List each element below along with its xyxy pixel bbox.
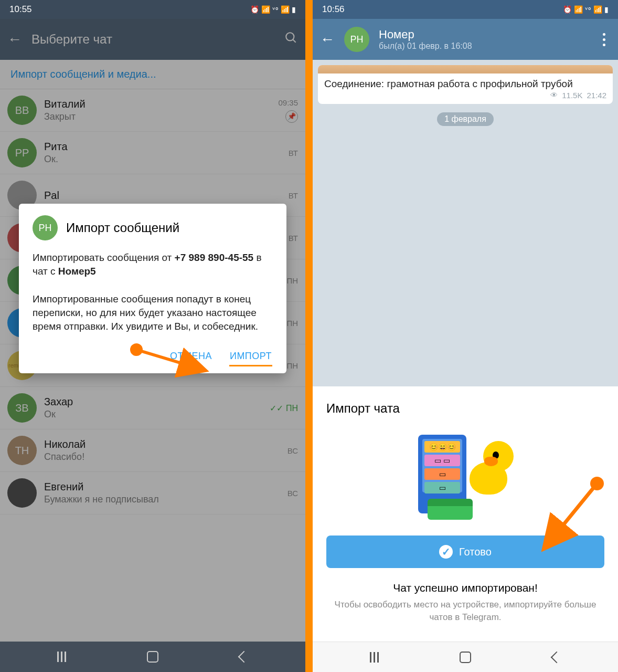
views-count: 11.5K bbox=[562, 91, 582, 100]
dialog-title: Импорт сообщений bbox=[66, 220, 179, 235]
nav-bar bbox=[313, 642, 618, 672]
status-bar: 10:56 ⏰ 📶 ᵛᵒ 📶 ▮ bbox=[313, 0, 618, 19]
message-thumbnail bbox=[318, 65, 613, 74]
dialog-body: Импортировать сообщения от +7 989 890-45… bbox=[33, 251, 273, 333]
date-pill: 1 февраля bbox=[437, 112, 494, 126]
chat-background: Соединение: грамотная работа с профильно… bbox=[313, 60, 618, 386]
views-icon: 👁 bbox=[550, 91, 558, 99]
svg-point-6 bbox=[590, 477, 604, 490]
success-subtitle: Чтобы освободить место на устройстве, им… bbox=[326, 598, 604, 624]
status-bar: 10:55 ⏰ 📶 ᵛᵒ 📶 ▮ bbox=[0, 0, 305, 19]
nav-recent-icon[interactable] bbox=[55, 650, 68, 663]
import-dialog: РН Импорт сообщений Импортировать сообще… bbox=[19, 204, 286, 373]
contact-status: был(а) 01 февр. в 16:08 bbox=[379, 41, 588, 51]
sticker-illustration: 😊😄😊 ▭ ▭ ▭ ▭ bbox=[413, 430, 518, 520]
sheet-title: Импорт чата bbox=[326, 401, 604, 416]
status-time: 10:55 bbox=[9, 4, 32, 15]
nav-bar bbox=[0, 642, 305, 672]
nav-back-icon[interactable] bbox=[238, 650, 250, 663]
status-icons: ⏰ 📶 ᵛᵒ 📶 ▮ bbox=[250, 5, 296, 14]
back-icon[interactable]: ← bbox=[320, 31, 335, 48]
dialog-avatar: РН bbox=[33, 215, 58, 240]
contact-avatar[interactable]: РН bbox=[344, 27, 369, 52]
message-text: Соединение: грамотная работа с профильно… bbox=[318, 74, 613, 91]
nav-recent-icon[interactable] bbox=[368, 651, 380, 664]
menu-icon[interactable] bbox=[598, 28, 611, 51]
import-button[interactable]: ИМПОРТ bbox=[229, 348, 273, 365]
status-time: 10:56 bbox=[322, 4, 345, 15]
nav-home-icon[interactable] bbox=[459, 651, 472, 664]
screenshot-right: 10:56 ⏰ 📶 ᵛᵒ 📶 ▮ ← РН Номер был(а) 01 фе… bbox=[313, 0, 618, 672]
message-card[interactable]: Соединение: грамотная работа с профильно… bbox=[318, 65, 613, 104]
cancel-button[interactable]: ОТМЕНА bbox=[169, 348, 213, 365]
chat-header: ← РН Номер был(а) 01 февр. в 16:08 bbox=[313, 19, 618, 60]
status-icons: ⏰ 📶 ᵛᵒ 📶 ▮ bbox=[563, 5, 609, 14]
message-time: 21:42 bbox=[587, 91, 606, 100]
screenshot-left: 10:55 ⏰ 📶 ᵛᵒ 📶 ▮ ← Выберите чат Импорт с… bbox=[0, 0, 305, 672]
import-bottom-sheet: Импорт чата 😊😄😊 ▭ ▭ ▭ ▭ ✓ Готово Чат усп… bbox=[313, 386, 618, 642]
success-title: Чат успешно импортирован! bbox=[326, 582, 604, 594]
check-icon: ✓ bbox=[439, 545, 453, 559]
done-button[interactable]: ✓ Готово bbox=[326, 536, 604, 568]
contact-name: Номер bbox=[379, 28, 588, 41]
nav-back-icon[interactable] bbox=[550, 651, 563, 664]
nav-home-icon[interactable] bbox=[146, 650, 159, 663]
